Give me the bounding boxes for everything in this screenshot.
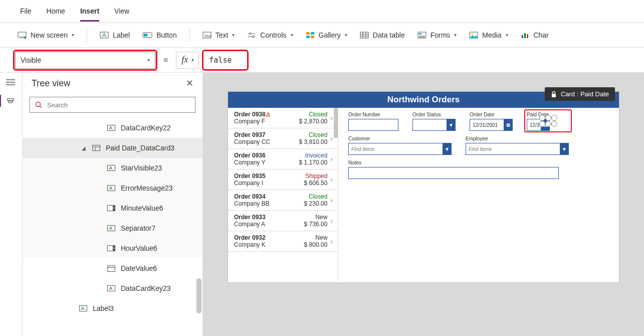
gallery-item[interactable]: Order 0932Company KNew$ 800.00› <box>228 231 338 252</box>
chevron-down-icon[interactable]: ▼ <box>443 143 452 155</box>
order-amount: $ 1,170.00 <box>299 159 328 166</box>
gallery-item[interactable]: Order 0933Company ANew$ 736.00› <box>228 211 338 231</box>
gallery-item[interactable]: Order 0934Company BBClosed$ 230.00› <box>228 190 338 211</box>
employee-select[interactable]: Find items <box>466 143 561 155</box>
label-button[interactable]: Label <box>100 31 130 39</box>
label-icon <box>79 305 88 312</box>
order-date-value: 12/31/2001 <box>473 122 498 128</box>
menu-view[interactable]: View <box>114 7 129 15</box>
order-number: Order 0935 <box>234 173 266 180</box>
close-icon[interactable]: ✕ <box>186 78 193 89</box>
tree-item-hourvalue[interactable]: HourValue6 <box>23 238 202 258</box>
tree-label: DataCardKey22 <box>121 124 171 132</box>
order-status-select[interactable] <box>412 119 448 131</box>
tree-label: DataCardKey23 <box>121 284 171 292</box>
svg-rect-0 <box>18 32 26 37</box>
gallery-item[interactable]: Order 0935Company IShipped$ 606.50› <box>228 170 338 190</box>
order-status: Closed <box>299 111 328 118</box>
datatable-button[interactable]: Data table <box>360 31 405 39</box>
svg-rect-16 <box>311 36 314 38</box>
order-amount: $ 3,810.00 <box>299 138 328 145</box>
svg-rect-37 <box>93 145 100 151</box>
svg-rect-15 <box>306 36 310 38</box>
order-status: New <box>304 234 328 241</box>
search-input[interactable] <box>30 97 195 113</box>
svg-line-35 <box>40 106 42 108</box>
calendar-icon <box>107 265 116 272</box>
customer-select[interactable]: Find items <box>348 143 444 155</box>
gallery-item[interactable]: Order 0937Company CCClosed$ 3,810.00› <box>228 128 338 149</box>
controls-label: Controls <box>260 31 286 39</box>
chevron-right-icon[interactable]: › <box>330 196 333 204</box>
order-number: Order 0932 <box>234 234 266 241</box>
canvas[interactable]: Card : Paid Date Northwind Orders Order … <box>203 73 644 336</box>
gallery-item[interactable]: Order 0936Company YInvoiced$ 1,170.00› <box>228 149 338 170</box>
tree-item-separator[interactable]: Separator7 <box>23 218 202 238</box>
menu-file[interactable]: File <box>20 7 32 15</box>
tree-title: Tree view <box>32 78 70 89</box>
menu-home[interactable]: Home <box>47 7 65 15</box>
tree-item-datacardkey22[interactable]: DataCardKey22 <box>23 118 202 138</box>
tree-item-datevalue[interactable]: DateValue6 <box>23 258 202 278</box>
chevron-right-icon[interactable]: › <box>330 176 333 184</box>
charts-button[interactable]: Char <box>521 31 549 39</box>
scrollbar[interactable] <box>196 278 201 313</box>
tree-view-icon[interactable] <box>6 97 16 105</box>
chevron-right-icon[interactable]: › <box>330 217 333 225</box>
chevron-down-icon: ▾ <box>506 32 508 38</box>
controls-icon <box>247 32 256 39</box>
charts-icon <box>521 32 530 39</box>
button-button[interactable]: Button <box>142 31 176 39</box>
tree-item-minutevalue[interactable]: MinuteValue6 <box>23 198 202 218</box>
chevron-right-icon[interactable]: › <box>330 155 333 163</box>
order-number: Order 0934 <box>234 193 270 200</box>
datatable-label: Data table <box>373 31 405 39</box>
formula-bar: Visible ▾ = fx ▾ false <box>0 48 644 73</box>
svg-rect-6 <box>144 34 147 37</box>
property-selector[interactable]: Visible ▾ <box>15 52 155 69</box>
gallery-button[interactable]: Gallery ▾ <box>306 31 347 39</box>
hamburger-icon[interactable] <box>6 79 16 87</box>
formula-input[interactable]: false <box>204 52 247 69</box>
order-date-input[interactable]: 12/31/2001 <box>470 119 505 131</box>
tree-item-datacardkey23[interactable]: DataCardKey23 <box>23 278 202 298</box>
svg-point-10 <box>249 33 251 35</box>
orders-gallery[interactable]: Order 0938⚠Company FClosed$ 2,870.00›Ord… <box>228 108 338 281</box>
svg-rect-17 <box>360 32 368 38</box>
tree-item-starvisible[interactable]: StarVisible23 <box>23 158 202 178</box>
gallery-scrollbar[interactable] <box>334 108 338 138</box>
order-number: Order 0933 <box>234 214 266 221</box>
warning-icon: ⚠ <box>266 111 271 117</box>
controls-button[interactable]: Controls ▾ <box>247 31 293 39</box>
order-date-label: Order Date <box>470 112 513 117</box>
notes-input[interactable] <box>348 167 559 179</box>
tree-item-errormessage[interactable]: ErrorMessage23 <box>23 178 202 198</box>
calendar-icon[interactable]: ▦ <box>504 119 513 131</box>
text-button[interactable]: Abc Text ▾ <box>202 31 235 39</box>
collapse-caret-icon[interactable]: ◢ <box>82 145 86 151</box>
chevron-right-icon[interactable]: › <box>330 134 333 142</box>
tree-item-paid-date-card[interactable]: ◢ Paid Date_DataCard3 <box>23 138 202 158</box>
forms-button[interactable]: Forms ▾ <box>417 31 457 39</box>
fx-button[interactable]: fx ▾ <box>176 52 199 69</box>
selection-handles[interactable] <box>539 115 557 127</box>
gallery-item[interactable]: Order 0938⚠Company FClosed$ 2,870.00› <box>228 108 338 128</box>
chevron-right-icon[interactable]: › <box>330 114 333 122</box>
company-name: Company Y <box>234 159 266 166</box>
lock-icon <box>551 91 557 98</box>
order-number-input[interactable] <box>348 119 398 131</box>
chevron-down-icon[interactable]: ▼ <box>447 119 456 131</box>
menu-insert[interactable]: Insert <box>80 7 99 22</box>
dropdown-icon <box>107 245 116 252</box>
chevron-right-icon[interactable]: › <box>330 237 333 245</box>
label-icon <box>107 185 116 192</box>
chevron-down-icon: ▾ <box>147 57 150 63</box>
tree-item-label3[interactable]: Label3 <box>23 298 202 318</box>
chevron-down-icon[interactable]: ▼ <box>560 143 569 155</box>
search-field[interactable] <box>47 101 190 109</box>
order-status: Closed <box>304 193 328 200</box>
formula-text: false <box>209 56 232 65</box>
new-screen-button[interactable]: New screen ▾ <box>18 31 74 39</box>
media-button[interactable]: Media ▾ <box>469 31 508 39</box>
media-label: Media <box>482 31 501 39</box>
